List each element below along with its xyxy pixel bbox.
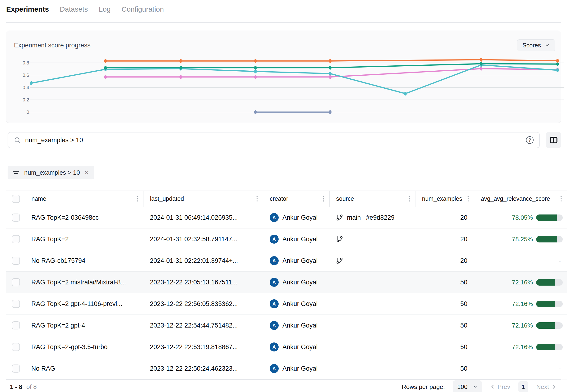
help-icon[interactable]: ? [526, 136, 534, 144]
table-row[interactable]: RAG TopK=2 mistralai/Mixtral-8... 2023-1… [6, 272, 567, 293]
column-menu-icon[interactable] [560, 196, 562, 202]
experiment-name[interactable]: RAG TopK=2 gpt-4-1106-previ... [25, 293, 143, 315]
experiment-name[interactable]: No RAG [25, 358, 143, 379]
select-all-header [6, 191, 25, 207]
tab-experiments[interactable]: Experiments [6, 5, 49, 13]
creator-name: Ankur Goyal [282, 257, 318, 265]
row-range: 1 - 8 of 8 [10, 383, 37, 391]
row-checkbox[interactable] [12, 257, 20, 265]
score-progress-bar [536, 279, 563, 286]
experiment-name[interactable]: RAG TopK=2 gpt-4 [25, 315, 143, 336]
relevance-score: 78.05% [481, 207, 567, 228]
avatar: A [270, 278, 279, 287]
score-progress-bar [536, 322, 563, 329]
tab-log[interactable]: Log [99, 5, 111, 13]
row-checkbox[interactable] [12, 364, 20, 373]
select-all-checkbox[interactable] [12, 195, 20, 203]
avatar: A [270, 256, 279, 265]
avatar: A [270, 364, 279, 373]
chart-title: Experiment score progress [14, 42, 91, 49]
creator-name: Ankur Goyal [282, 300, 318, 308]
creator-name: Ankur Goyal [282, 365, 318, 372]
column-header-last-updated[interactable]: last_updated [143, 191, 263, 207]
search-query-text: num_examples > 10 [25, 137, 522, 144]
last-updated-value: 2023-12-22 22:53:19.818867... [143, 336, 263, 358]
creator-name: Ankur Goyal [282, 343, 318, 351]
creator-name: Ankur Goyal [282, 322, 318, 329]
experiment-name[interactable]: RAG TopK=2 [25, 228, 143, 250]
column-header-num-examples[interactable]: num_examples [415, 191, 474, 207]
score-progress-bar [536, 236, 563, 242]
column-header-avg-avg-relevance-score[interactable]: avg_avg_relevance_score [474, 191, 567, 207]
scores-dropdown-button[interactable]: Scores [517, 39, 555, 51]
column-menu-icon[interactable] [137, 196, 138, 202]
last-updated-value: 2024-01-31 02:32:58.791147... [143, 228, 263, 250]
row-checkbox[interactable] [12, 278, 20, 286]
current-page-button[interactable]: 1 [518, 381, 528, 392]
last-updated-value: 2024-01-31 06:49:14.026935... [143, 207, 263, 228]
search-input[interactable]: num_examples > 10 ? [8, 132, 540, 148]
experiment-name[interactable]: RAG TopK=2-036498cc [25, 207, 143, 228]
table-row[interactable]: No RAG 2023-12-22 22:50:24.462323... AAn… [6, 358, 567, 379]
rows-per-page-label: Rows per page: [402, 383, 445, 391]
prev-page-button[interactable]: Prev [490, 383, 510, 391]
tab-datasets[interactable]: Datasets [60, 5, 88, 13]
remove-filter-icon[interactable]: × [85, 169, 89, 176]
experiments-table: name last_updated creator source num_exa… [6, 191, 567, 379]
avatar: A [270, 321, 279, 330]
relevance-score: 78.25% [481, 228, 567, 250]
table-row[interactable]: No RAG-cb175794 2024-01-31 02:22:01.3974… [6, 250, 567, 272]
toggle-side-panel-button[interactable] [546, 132, 561, 148]
row-checkbox[interactable] [12, 300, 20, 308]
branch-name: main [347, 214, 361, 221]
table-row[interactable]: RAG TopK=2 2024-01-31 02:32:58.791147...… [6, 228, 567, 250]
rows-per-page-select[interactable]: 100 [453, 380, 482, 392]
table-footer: 1 - 8 of 8 Rows per page: 100 Prev 1 Nex… [6, 379, 561, 392]
creator-name: Ankur Goyal [282, 279, 318, 286]
y-axis-labels: 00.20.40.60.8 [20, 55, 29, 118]
experiment-name[interactable]: RAG TopK=2 mistralai/Mixtral-8... [25, 272, 143, 293]
filter-chip-label: num_examples > 10 [24, 169, 80, 176]
column-menu-icon[interactable] [467, 196, 469, 202]
num-examples-value: 20 [415, 250, 474, 272]
relevance-score: 72.16% [481, 315, 567, 336]
commit-hash: #e9d8229 [366, 214, 395, 221]
last-updated-value: 2023-12-22 23:05:13.167511... [143, 272, 263, 293]
table-row[interactable]: RAG TopK=2 gpt-4-1106-previ... 2023-12-2… [6, 293, 567, 315]
column-header-source[interactable]: source [329, 191, 415, 207]
chevron-down-icon [473, 384, 478, 389]
row-checkbox[interactable] [12, 321, 20, 329]
experiment-name[interactable]: No RAG-cb175794 [25, 250, 143, 272]
table-row[interactable]: RAG TopK=2-gpt-3.5-turbo 2023-12-22 22:5… [6, 336, 567, 358]
chevron-right-icon [551, 384, 557, 389]
column-menu-icon[interactable] [408, 196, 410, 202]
column-header-creator[interactable]: creator [263, 191, 329, 207]
filter-chip[interactable]: num_examples > 10 × [8, 166, 94, 179]
next-page-button[interactable]: Next [537, 383, 557, 391]
column-header-name[interactable]: name [25, 191, 143, 207]
chevron-down-icon [545, 43, 550, 48]
row-checkbox[interactable] [12, 213, 20, 222]
score-progress-chart: 00.20.40.60.8 [20, 55, 555, 118]
table-row[interactable]: RAG TopK=2-036498cc 2024-01-31 06:49:14.… [6, 207, 567, 228]
relevance-score-empty: - [481, 257, 567, 265]
top-nav: Experiments Datasets Log Configuration [0, 0, 567, 15]
row-checkbox[interactable] [12, 343, 20, 351]
filter-icon [12, 169, 19, 176]
num-examples-value: 50 [415, 315, 474, 336]
row-checkbox[interactable] [12, 235, 20, 243]
search-row: num_examples > 10 ? [8, 132, 561, 148]
creator-name: Ankur Goyal [282, 214, 318, 221]
columns-layout-icon [550, 136, 558, 144]
nav-divider [6, 22, 561, 23]
tab-configuration[interactable]: Configuration [122, 5, 164, 13]
scores-dropdown-label: Scores [523, 42, 541, 49]
avatar: A [270, 235, 279, 244]
num-examples-value: 20 [415, 207, 474, 228]
column-menu-icon[interactable] [256, 196, 258, 202]
score-progress-bar [536, 214, 563, 221]
column-menu-icon[interactable] [323, 196, 324, 202]
table-row[interactable]: RAG TopK=2 gpt-4 2023-12-22 22:54:44.751… [6, 315, 567, 336]
experiment-name[interactable]: RAG TopK=2-gpt-3.5-turbo [25, 336, 143, 358]
score-progress-bar [536, 344, 563, 350]
